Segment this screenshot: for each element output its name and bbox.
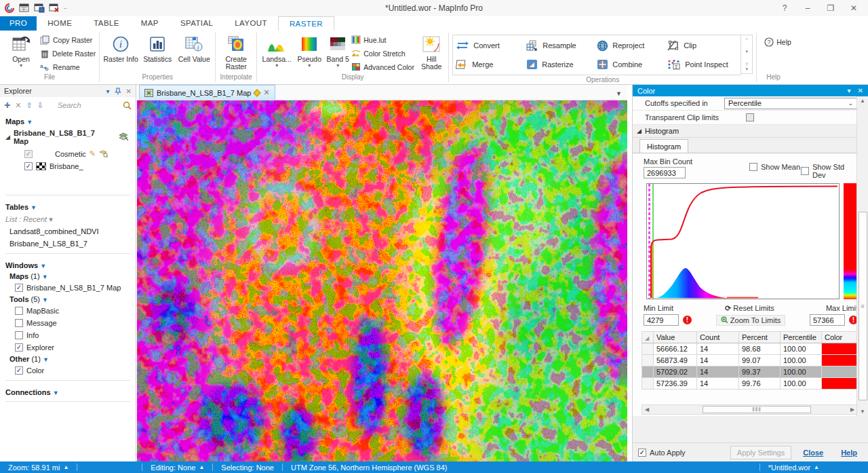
- scroll-up-icon[interactable]: ▲: [860, 96, 865, 106]
- search-icon[interactable]: [123, 101, 132, 110]
- tables-section-header[interactable]: Tables ▼: [0, 199, 136, 212]
- color-swatch[interactable]: [822, 378, 858, 390]
- document-list-caret-icon[interactable]: ▼: [616, 90, 627, 100]
- search-input[interactable]: Search: [48, 101, 118, 109]
- status-editing[interactable]: Editing: None▲: [142, 463, 212, 472]
- explorer-menu-caret-icon[interactable]: ▾: [106, 88, 110, 95]
- show-std-dev-checkbox[interactable]: Show Std Dev: [801, 163, 856, 179]
- save-workspace-icon[interactable]: [19, 3, 30, 13]
- max-bin-count-input[interactable]: 2696933: [644, 167, 686, 178]
- col-header-count[interactable]: Count: [697, 332, 739, 343]
- color-panel-menu-caret-icon[interactable]: ▾: [848, 87, 851, 94]
- layer-row-raster[interactable]: Brisbane_: [0, 160, 136, 172]
- histogram-section-header[interactable]: ◢Histogram: [633, 125, 868, 138]
- raster-map-canvas[interactable]: [137, 100, 627, 461]
- table-item[interactable]: Landsat8_combined_NDVI: [0, 225, 136, 238]
- tab-spatial[interactable]: SPATIAL: [170, 16, 224, 31]
- status-workspace[interactable]: *Untitled.wor▲: [760, 463, 827, 472]
- band-button[interactable]: Band 5▾: [326, 33, 350, 73]
- copy-raster-button[interactable]: Copy Raster: [40, 34, 96, 45]
- col-header-value[interactable]: Value: [654, 332, 697, 343]
- restore-button[interactable]: ❐: [819, 0, 842, 16]
- open-table-icon[interactable]: [34, 3, 45, 13]
- connections-section-header[interactable]: Connections ▼: [0, 384, 136, 398]
- color-panel-close-icon[interactable]: ✕: [858, 87, 863, 94]
- help-link-button[interactable]: Help: [835, 446, 863, 459]
- move-up-icon[interactable]: ⇧: [26, 101, 32, 110]
- scroll-left-icon[interactable]: ◀: [642, 406, 652, 413]
- tab-close-icon[interactable]: ✕: [263, 88, 269, 97]
- panel-vertical-scrollbar[interactable]: ▲ ≡ ▼: [856, 96, 868, 417]
- reset-limits-button[interactable]: ⟳ Reset Limits: [725, 304, 774, 313]
- qat-customize-icon[interactable]: ⸱⸱: [64, 5, 67, 12]
- landsat-lut-button[interactable]: Landsa...▾: [260, 33, 293, 73]
- histogram-tab[interactable]: Histogram: [639, 139, 688, 153]
- col-header-color[interactable]: Color: [822, 332, 858, 343]
- create-raster-button[interactable]: Create Raster: [219, 33, 253, 73]
- edit-pencil-icon[interactable]: ✎: [90, 149, 96, 158]
- color-swatch[interactable]: [822, 343, 858, 355]
- close-table-icon[interactable]: [49, 3, 60, 13]
- cutoffs-select[interactable]: Percentile⌄: [724, 98, 857, 109]
- windows-maps-header[interactable]: Maps (1) ▼: [0, 271, 136, 282]
- table-row-selected[interactable]: 57029.021499.37100.00: [642, 366, 858, 378]
- tab-pro[interactable]: PRO: [0, 16, 37, 31]
- add-icon[interactable]: ✚: [4, 101, 10, 110]
- remove-icon[interactable]: ✕: [15, 101, 21, 110]
- max-limit-input[interactable]: 57366: [810, 314, 845, 326]
- close-button[interactable]: Close: [797, 446, 829, 459]
- row-selector-header[interactable]: ◢: [642, 332, 654, 343]
- vscroll-thumb[interactable]: ≡: [859, 212, 867, 400]
- tree-expander-icon[interactable]: ◢: [5, 134, 10, 140]
- status-projection[interactable]: UTM Zone 56, Northern Hemisphere (WGS 84…: [283, 463, 455, 472]
- col-header-percentile[interactable]: Percentile: [781, 332, 822, 343]
- apply-settings-button[interactable]: Apply Settings: [730, 446, 791, 459]
- color-swatch[interactable]: [822, 366, 858, 378]
- raster-info-button[interactable]: i Raster Info: [103, 33, 138, 73]
- statistics-button[interactable]: Statistics: [140, 33, 175, 73]
- col-header-percent[interactable]: Percent: [739, 332, 781, 343]
- rename-button[interactable]: abRename: [40, 61, 96, 73]
- add-to-layer-icon[interactable]: [99, 150, 108, 157]
- combine-button[interactable]: Combine: [597, 59, 667, 70]
- pseudo-button[interactable]: Pseudo▾: [294, 33, 324, 73]
- advanced-color-button[interactable]: Advanced Color: [351, 61, 416, 73]
- hill-shade-button[interactable]: Hill Shade: [418, 33, 445, 73]
- explorer-close-icon[interactable]: ✕: [126, 88, 132, 95]
- layer-row-cosmetic[interactable]: Cosmetic ✎: [0, 147, 136, 160]
- tables-list-mode[interactable]: List : Recent ▾: [0, 212, 136, 225]
- rasterize-button[interactable]: Rasterize: [526, 59, 597, 70]
- table-item[interactable]: Brisbane_N_LS8_B1_7: [0, 238, 136, 250]
- tab-map[interactable]: MAP: [130, 16, 170, 31]
- zoom-to-limits-button[interactable]: Zoom To Limits: [716, 315, 785, 326]
- clip-button[interactable]: Clip: [667, 40, 738, 51]
- tool-item[interactable]: MapBasic: [0, 305, 136, 317]
- cosmetic-checkbox[interactable]: [24, 150, 33, 158]
- windows-other-header[interactable]: Other (1) ▼: [0, 354, 136, 364]
- status-zoom[interactable]: Zoom: 58.91 mi▲: [0, 463, 77, 472]
- mapbasic-checkbox[interactable]: [15, 307, 23, 315]
- resample-button[interactable]: Resample: [526, 40, 597, 51]
- table-row[interactable]: 56873.491499.07100.00: [642, 355, 858, 366]
- table-row[interactable]: 57236.391499.76100.00: [642, 378, 858, 390]
- min-limit-input[interactable]: 4279: [644, 314, 679, 326]
- windows-section-header[interactable]: Windows ▼: [0, 257, 136, 271]
- histogram-plot[interactable]: [646, 183, 840, 299]
- reproject-button[interactable]: Reproject: [597, 40, 667, 52]
- open-button[interactable]: Open▾: [3, 33, 39, 73]
- tool-item[interactable]: Message: [0, 317, 136, 329]
- raster-layer-checkbox[interactable]: [24, 162, 33, 170]
- convert-button[interactable]: Convert: [456, 41, 526, 50]
- table-row[interactable]: 56666.121498.68100.00: [642, 343, 858, 355]
- tab-raster[interactable]: RASTER: [278, 16, 334, 31]
- scroll-down-icon[interactable]: ▼: [860, 407, 865, 417]
- point-inspect-button[interactable]: ΣPoint Inspect: [667, 59, 738, 70]
- move-down-icon[interactable]: ⇩: [37, 101, 43, 110]
- pin-icon[interactable]: [115, 88, 121, 95]
- close-window-button[interactable]: ✕: [842, 0, 865, 16]
- explorer-checkbox[interactable]: [15, 343, 23, 352]
- tool-item[interactable]: Explorer: [0, 341, 136, 354]
- transparent-clip-checkbox[interactable]: [746, 113, 754, 121]
- color-swatch[interactable]: [822, 355, 858, 366]
- help-button[interactable]: ?Help: [764, 36, 791, 48]
